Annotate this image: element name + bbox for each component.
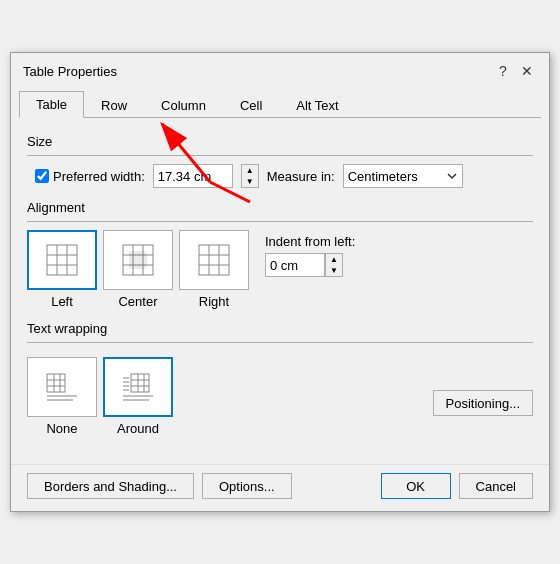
wrap-box-around[interactable] [103,357,173,417]
wrap-options: None [27,357,173,436]
help-button[interactable]: ? [493,61,513,81]
indent-input-row: ▲ ▼ [265,253,355,277]
width-input[interactable] [153,164,233,188]
svg-rect-18 [47,374,65,392]
align-right-icon [197,243,231,277]
wrap-option-none[interactable]: None [27,357,97,436]
tabs-row: Table Row Column Cell Alt Text [19,91,541,118]
align-box-center[interactable] [103,230,173,290]
indent-spinner-up[interactable]: ▲ [326,254,342,265]
measure-select[interactable]: Centimeters Inches Percent [343,164,463,188]
dialog-title: Table Properties [23,64,117,79]
measure-in-label: Measure in: [267,169,335,184]
tab-row[interactable]: Row [84,91,144,118]
preferred-width-checkbox-label[interactable]: Preferred width: [35,169,145,184]
alignment-row: Left [27,230,533,309]
cancel-button[interactable]: Cancel [459,473,533,499]
tab-cell[interactable]: Cell [223,91,279,118]
preferred-width-label: Preferred width: [53,169,145,184]
alignment-section: Alignment [27,200,533,309]
align-option-center[interactable]: Center [103,230,173,309]
tab-table[interactable]: Table [19,91,84,118]
close-button[interactable]: ✕ [517,61,537,81]
align-left-icon [45,243,79,277]
indent-section: Indent from left: ▲ ▼ [265,234,355,277]
size-row: Preferred width: ▲ ▼ Measure in: Centime… [27,164,533,188]
borders-shading-button[interactable]: Borders and Shading... [27,473,194,499]
wrap-box-none[interactable] [27,357,97,417]
width-spinner-down[interactable]: ▼ [242,176,258,187]
align-option-right[interactable]: Right [179,230,249,309]
indent-label: Indent from left: [265,234,355,249]
align-center-label: Center [118,294,157,309]
wrap-around-icon [121,370,155,404]
ok-button[interactable]: OK [381,473,451,499]
wrap-none-icon [45,370,79,404]
bottom-left-buttons: Borders and Shading... Options... [27,473,292,499]
wrap-row: None [27,351,533,436]
alignment-options: Left [27,230,249,309]
tab-alt-text[interactable]: Alt Text [279,91,355,118]
bottom-right-buttons: OK Cancel [381,473,533,499]
alignment-label: Alignment [27,200,533,215]
align-center-icon [121,243,155,277]
text-wrapping-section: Text wrapping [27,321,533,436]
bottom-buttons: Borders and Shading... Options... OK Can… [11,464,549,511]
svg-rect-12 [129,251,147,269]
align-right-label: Right [199,294,229,309]
wrap-around-label: Around [117,421,159,436]
wrap-none-label: None [46,421,77,436]
align-option-left[interactable]: Left [27,230,97,309]
svg-rect-25 [131,374,149,392]
align-box-left[interactable] [27,230,97,290]
width-spinner[interactable]: ▲ ▼ [241,164,259,188]
size-label: Size [27,134,533,149]
indent-spinner-down[interactable]: ▼ [326,265,342,276]
indent-input[interactable] [265,253,325,277]
tab-column[interactable]: Column [144,91,223,118]
positioning-button[interactable]: Positioning... [433,390,533,416]
align-box-right[interactable] [179,230,249,290]
svg-rect-13 [199,245,229,275]
svg-rect-0 [47,245,77,275]
text-wrapping-label: Text wrapping [27,321,533,336]
width-spinner-up[interactable]: ▲ [242,165,258,176]
options-button[interactable]: Options... [202,473,292,499]
align-left-label: Left [51,294,73,309]
preferred-width-checkbox[interactable] [35,169,49,183]
indent-spinner[interactable]: ▲ ▼ [325,253,343,277]
wrap-option-around[interactable]: Around [103,357,173,436]
